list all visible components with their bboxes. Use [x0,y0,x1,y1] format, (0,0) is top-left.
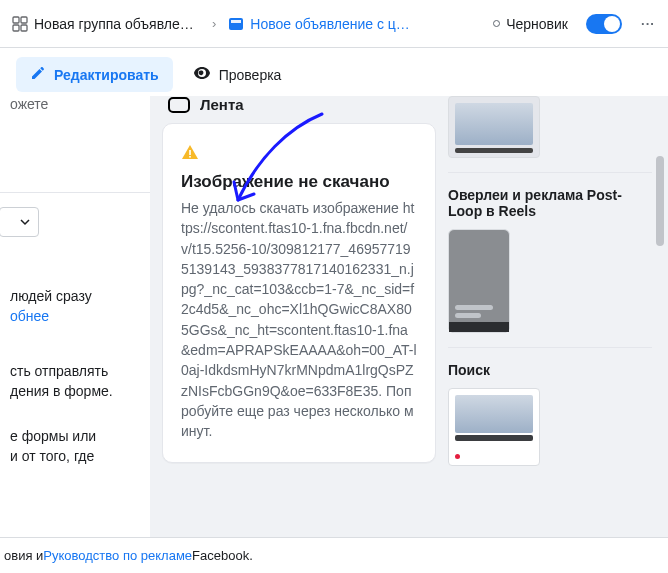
status-indicator: Черновик [493,16,568,32]
feed-title: Лента [200,96,244,113]
chevron-right-icon: › [210,16,218,31]
overlays-section-title: Оверлеи и реклама Post-Loop в Reels [448,187,652,219]
search-preview-thumb[interactable] [448,388,540,466]
status-label: Черновик [506,16,568,32]
svg-rect-7 [189,156,191,158]
edit-tab[interactable]: Редактировать [16,57,173,92]
eye-icon [193,64,211,85]
warning-icon [181,144,199,162]
left-audience-text: людей сразу [10,287,140,307]
left-form-line4: и от того, где [10,447,140,467]
more-menu-button[interactable]: ··· [634,10,662,38]
scrollbar[interactable] [654,96,666,537]
check-tab[interactable]: Проверка [189,56,286,93]
divider [448,172,652,173]
footer-text-2: Facebook. [192,548,253,563]
pencil-icon [30,65,46,84]
ad-icon [228,16,244,32]
footer-text-1: овия и [4,548,43,563]
svg-rect-5 [231,20,241,23]
feed-icon [168,97,190,113]
tabs-row: Редактировать Проверка [0,48,668,102]
left-form-line1: сть отправлять [10,362,140,382]
left-form-line2: дения в форме. [10,382,140,402]
breadcrumb-adset-label: Новая группа объявлений с [34,16,200,32]
left-form-line3: е формы или [10,427,140,447]
svg-rect-4 [229,18,243,30]
breadcrumb-ad-label: Новое объявление с целью ' [250,16,416,32]
svg-rect-3 [21,25,27,31]
svg-rect-0 [13,17,19,23]
status-dot-icon [493,20,500,27]
check-tab-label: Проверка [219,67,282,83]
reels-preview-thumb[interactable] [448,229,510,333]
error-body: Не удалось скачать изображение https://s… [181,198,417,442]
search-section-title: Поиск [448,362,652,378]
dropdown-chevron[interactable] [0,207,39,237]
adset-grid-icon [12,16,28,32]
edit-tab-label: Редактировать [54,67,159,83]
error-card: Изображение не скачано Не удалось скачат… [162,123,436,463]
feed-header: Лента [162,96,436,123]
breadcrumb-adset[interactable]: Новая группа объявлений с [6,12,206,36]
svg-rect-2 [13,25,19,31]
left-top-fragment: ожете [0,96,150,122]
svg-rect-1 [21,17,27,23]
footer-link[interactable]: Руководство по рекламе [43,548,192,563]
footer: овия и Руководство по рекламе Facebook. [0,537,668,573]
publish-toggle[interactable] [586,14,622,34]
feed-preview-thumb[interactable] [448,96,540,158]
middle-column: Лента Изображение не скачано Не удалось … [150,96,448,537]
right-column: Оверлеи и реклама Post-Loop в Reels Поис… [448,96,668,537]
left-column: ожете людей сразу обнее сть отправлять д… [0,96,150,537]
learn-more-link[interactable]: обнее [10,308,49,324]
svg-rect-6 [189,150,191,155]
breadcrumb-ad[interactable]: Новое объявление с целью ' [222,12,422,36]
main-area: ожете людей сразу обнее сть отправлять д… [0,96,668,537]
divider [448,347,652,348]
breadcrumb-bar: Новая группа объявлений с › Новое объявл… [0,0,668,48]
error-title: Изображение не скачано [181,172,417,192]
